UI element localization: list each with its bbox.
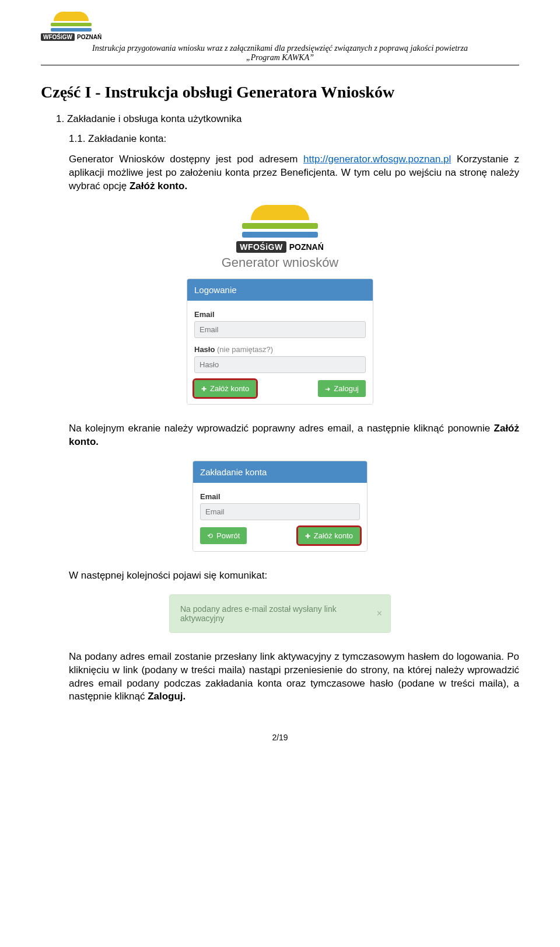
register-mock: Zakładanie konta Email Powrót Załóż kont… — [41, 461, 519, 552]
paragraph-activation: Na podany adres email zostanie przesłany… — [69, 650, 519, 704]
reg-email-input[interactable] — [200, 503, 360, 520]
logo-sun-icon — [54, 12, 89, 21]
login-panel-head: Logowanie — [187, 279, 373, 301]
back-icon — [207, 531, 213, 540]
paragraph-intro: Generator Wniosków dostępny jest pod adr… — [69, 153, 519, 193]
close-icon[interactable]: × — [377, 608, 382, 619]
p2a: Na kolejnym ekranie należy wprowadzić po… — [69, 423, 494, 434]
sub-num: 1.1. — [69, 133, 88, 144]
logo-city: POZNAŃ — [77, 34, 102, 40]
plus-icon — [201, 384, 206, 393]
big-logo-blue-stripe — [242, 232, 318, 238]
p1a: Generator Wniosków dostępny jest pod adr… — [69, 154, 303, 165]
big-logo-green-stripe — [242, 223, 318, 229]
logo-badge: WFOŚiGW — [41, 33, 75, 41]
register-panel-head: Zakładanie konta — [193, 461, 367, 483]
email-input[interactable] — [194, 321, 366, 338]
reg-submit-label: Załóż konto — [314, 531, 353, 540]
doc-header-line2: „Program KAWKA” — [246, 53, 314, 62]
big-logo-sun-icon — [251, 205, 309, 220]
login-mock: WFOŚiGWPOZNAŃ Generator wniosków Logowan… — [41, 205, 519, 405]
logo-label: WFOŚiGWPOZNAŃ — [41, 34, 102, 40]
password-label: Hasło (nie pamiętasz?) — [194, 345, 366, 354]
logo-stripe-blue — [51, 28, 92, 32]
login-panel: Logowanie Email Hasło (nie pamiętasz?) Z… — [187, 278, 373, 405]
big-logo-label: WFOŚiGWPOZNAŃ — [236, 242, 324, 252]
logo-stripe-green — [51, 23, 92, 26]
pass-label-text: Hasło — [194, 345, 217, 354]
register-panel: Zakładanie konta Email Powrót Załóż kont… — [192, 461, 368, 552]
back-button[interactable]: Powrót — [200, 527, 247, 544]
generator-title: Generator wniosków — [187, 255, 373, 270]
back-button-label: Powrót — [216, 531, 240, 540]
alert-wrap: Na podany adres e-mail został wysłany li… — [41, 594, 519, 633]
logo-small: WFOŚiGWPOZNAŃ — [41, 12, 102, 40]
page-number: 2/19 — [41, 733, 519, 742]
password-input[interactable] — [194, 356, 366, 373]
doc-header-row: WFOŚiGWPOZNAŃ — [41, 12, 519, 40]
big-logo: WFOŚiGWPOZNAŃ — [187, 205, 373, 252]
p1-bold: Załóż konto. — [130, 180, 187, 192]
activation-alert: Na podany adres e-mail został wysłany li… — [169, 594, 391, 633]
p4-bold: Zaloguj. — [148, 691, 186, 702]
paragraph-komunikat: W następnej kolejności pojawi się komuni… — [69, 569, 519, 583]
alert-text: Na podany adres e-mail został wysłany li… — [180, 604, 337, 623]
part-title: Część I - Instrukcja obsługi Generatora … — [41, 83, 519, 102]
doc-header-line1: Instrukcja przygotowania wniosku wraz z … — [92, 44, 468, 53]
login-icon — [325, 384, 330, 393]
register-button-label: Załóż konto — [210, 384, 249, 393]
section-1: 1. Zakładanie i obsługa konta użytkownik… — [56, 113, 519, 125]
doc-header-text: Instrukcja przygotowania wniosku wraz z … — [41, 44, 519, 65]
big-logo-badge: WFOŚiGW — [236, 241, 286, 253]
generator-link[interactable]: http://generator.wfosgw.poznan.pl — [303, 154, 451, 165]
plus-icon-2 — [305, 531, 310, 540]
email-label: Email — [194, 310, 366, 319]
subsection-1-1: 1.1. Zakładanie konta: — [69, 133, 519, 145]
reg-email-label: Email — [200, 492, 360, 501]
sub-label: Zakładanie konta: — [88, 133, 166, 144]
big-logo-city: POZNAŃ — [289, 242, 324, 252]
login-button-label: Zaloguj — [334, 384, 359, 393]
login-button[interactable]: Zaloguj — [318, 380, 366, 397]
p4a: Na podany adres email zostanie przesłany… — [69, 651, 519, 702]
register-button[interactable]: Załóż konto — [194, 380, 256, 397]
reg-submit-button[interactable]: Załóż konto — [298, 527, 360, 544]
forgot-password-link[interactable]: (nie pamiętasz?) — [217, 345, 273, 354]
paragraph-next-screen: Na kolejnym ekranie należy wprowadzić po… — [69, 422, 519, 449]
